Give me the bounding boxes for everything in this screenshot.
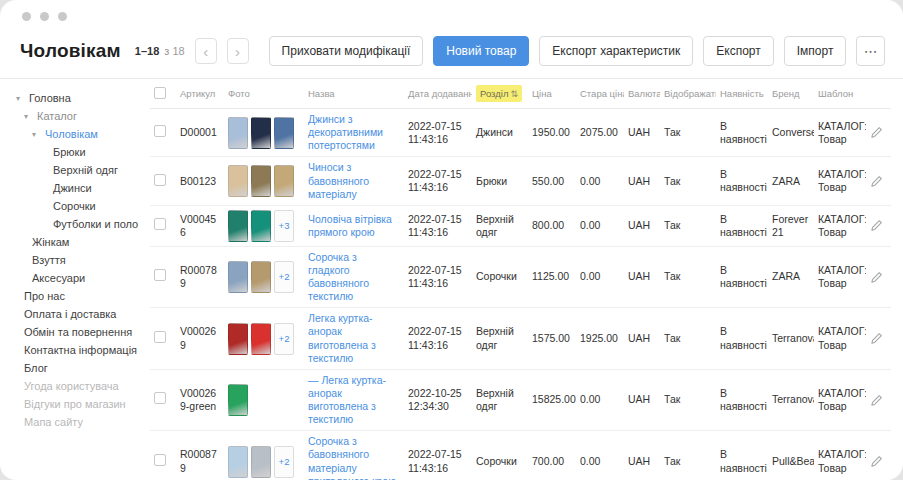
- cell-display: Так: [660, 369, 716, 431]
- more-photos-badge[interactable]: +3: [274, 210, 294, 242]
- cell-availability: В наявності: [716, 205, 768, 246]
- more-photos-badge[interactable]: +2: [274, 323, 294, 355]
- product-name-link[interactable]: Чиноси з бавовняного матеріалу: [308, 161, 369, 199]
- cell-template: КАТАЛОГ: Товар: [814, 246, 866, 308]
- sidebar-item[interactable]: Футболки и поло: [53, 215, 144, 233]
- window-control-maximize[interactable]: [58, 12, 67, 21]
- product-name-link[interactable]: Сорочка з бавовняного матеріалу притален…: [308, 435, 396, 480]
- export-button[interactable]: Експорт: [703, 36, 773, 66]
- product-name-link[interactable]: Сорочка з гладкого бавовняного текстилю: [308, 251, 369, 302]
- product-photo[interactable]: [228, 323, 248, 355]
- edit-icon[interactable]: [870, 219, 883, 232]
- sidebar-item[interactable]: Жінкам: [32, 233, 144, 251]
- edit-icon[interactable]: [870, 175, 883, 188]
- window-control-minimize[interactable]: [40, 12, 49, 21]
- sidebar-item-label: Оплата і доставка: [24, 308, 116, 320]
- time-value: 11:43:16: [408, 462, 468, 475]
- select-all-checkbox[interactable]: [154, 87, 166, 99]
- product-name-link[interactable]: Легка куртка-анорак виготовлена з тексти…: [308, 312, 376, 363]
- product-photo[interactable]: [251, 446, 271, 478]
- row-checkbox[interactable]: [154, 218, 166, 230]
- product-photo[interactable]: [228, 117, 248, 149]
- time-value: 11:43:16: [408, 226, 468, 239]
- product-photo[interactable]: [228, 210, 248, 242]
- sidebar-item[interactable]: Брюки: [53, 143, 144, 161]
- sidebar-item[interactable]: Верхній одяг: [53, 161, 144, 179]
- product-photo[interactable]: [251, 323, 271, 355]
- product-photo[interactable]: [251, 210, 271, 242]
- product-photo[interactable]: [228, 446, 248, 478]
- sidebar-item[interactable]: ▾Чоловікам: [32, 125, 144, 143]
- chevron-down-icon[interactable]: ▾: [16, 94, 25, 103]
- more-photos-badge[interactable]: +2: [274, 261, 294, 293]
- edit-icon[interactable]: [870, 126, 883, 139]
- sidebar-item[interactable]: Відгуки про магазин: [24, 395, 144, 413]
- product-name-link[interactable]: Джинси з декоративними потертостями: [308, 113, 383, 151]
- sidebar-item[interactable]: Про нас: [24, 287, 144, 305]
- product-photo[interactable]: [228, 384, 248, 416]
- import-button[interactable]: Імпорт: [784, 36, 847, 66]
- product-photo[interactable]: [251, 261, 271, 293]
- row-checkbox[interactable]: [154, 269, 166, 281]
- prev-page-button[interactable]: ‹: [195, 38, 217, 64]
- edit-icon[interactable]: [870, 455, 883, 468]
- chevron-down-icon[interactable]: ▾: [24, 112, 33, 121]
- sidebar-item-label: Чоловікам: [45, 128, 98, 140]
- sidebar-item[interactable]: Сорочки: [53, 197, 144, 215]
- window-control-close[interactable]: [22, 12, 31, 21]
- sidebar-item[interactable]: Контактна інформація: [24, 341, 144, 359]
- sidebar-item-label: Взуття: [32, 254, 66, 266]
- sidebar-item[interactable]: Оплата і доставка: [24, 305, 144, 323]
- row-actions: [870, 219, 887, 232]
- edit-icon[interactable]: [870, 332, 883, 345]
- product-photo[interactable]: [251, 117, 271, 149]
- hide-modifications-button[interactable]: Приховати модифікації: [269, 36, 424, 66]
- cell-brand: Converse: [768, 109, 814, 157]
- cell-name: — Легка куртка-анорак виготовлена з текс…: [304, 369, 404, 431]
- cell-section: Сорочки: [472, 431, 528, 480]
- product-photo[interactable]: [274, 165, 294, 197]
- new-product-button[interactable]: Новий товар: [433, 36, 529, 66]
- date-value: 2022-07-15: [408, 325, 468, 338]
- cell-availability: В наявності: [716, 109, 768, 157]
- product-name-link[interactable]: Чоловіча вітрівка прямого крою: [308, 213, 392, 238]
- sidebar-item[interactable]: Обмін та повернення: [24, 323, 144, 341]
- cell-photos: [224, 109, 304, 157]
- product-name-link[interactable]: — Легка куртка-анорак виготовлена з текс…: [308, 374, 386, 425]
- sidebar-item[interactable]: Джинси: [53, 179, 144, 197]
- row-checkbox[interactable]: [154, 392, 166, 404]
- sidebar-item[interactable]: Взуття: [32, 251, 144, 269]
- sidebar-item[interactable]: ▾Каталог: [24, 107, 144, 125]
- sidebar-item[interactable]: Блог: [24, 359, 144, 377]
- product-photo[interactable]: [251, 165, 271, 197]
- cell-photos: [224, 157, 304, 205]
- column-header-photo: Фото: [224, 79, 304, 109]
- row-checkbox[interactable]: [154, 174, 166, 186]
- more-photos-badge[interactable]: +2: [274, 446, 294, 478]
- sidebar-item[interactable]: Аксесуари: [32, 269, 144, 287]
- row-checkbox[interactable]: [154, 331, 166, 343]
- cell-brand: ZARA: [768, 246, 814, 308]
- column-header-section[interactable]: Розділ⇅: [472, 79, 528, 109]
- edit-icon[interactable]: [870, 271, 883, 284]
- sidebar-item[interactable]: ▾Головна: [16, 89, 144, 107]
- product-photo[interactable]: [274, 117, 294, 149]
- row-checkbox[interactable]: [154, 125, 166, 137]
- chevron-down-icon[interactable]: ▾: [32, 130, 41, 139]
- sidebar-item[interactable]: Мапа сайту: [24, 413, 144, 431]
- column-header-date: Дата додавання: [404, 79, 472, 109]
- date-value: 2022-10-25: [408, 387, 468, 400]
- more-actions-button[interactable]: ⋯: [856, 36, 885, 66]
- sidebar-item[interactable]: Угода користувача: [24, 377, 144, 395]
- edit-icon[interactable]: [870, 394, 883, 407]
- export-characteristics-button[interactable]: Експорт характеристик: [539, 36, 693, 66]
- pagination-total: з 18: [164, 45, 184, 57]
- sort-icon[interactable]: ⇅: [510, 89, 518, 99]
- sorted-column-highlight[interactable]: Розділ⇅: [476, 85, 522, 102]
- next-page-button[interactable]: ›: [227, 38, 249, 64]
- sidebar-item-label: Джинси: [53, 182, 92, 194]
- product-photo[interactable]: [228, 261, 248, 293]
- cell-currency: UAH: [624, 431, 660, 480]
- product-photo[interactable]: [228, 165, 248, 197]
- row-checkbox[interactable]: [154, 454, 166, 466]
